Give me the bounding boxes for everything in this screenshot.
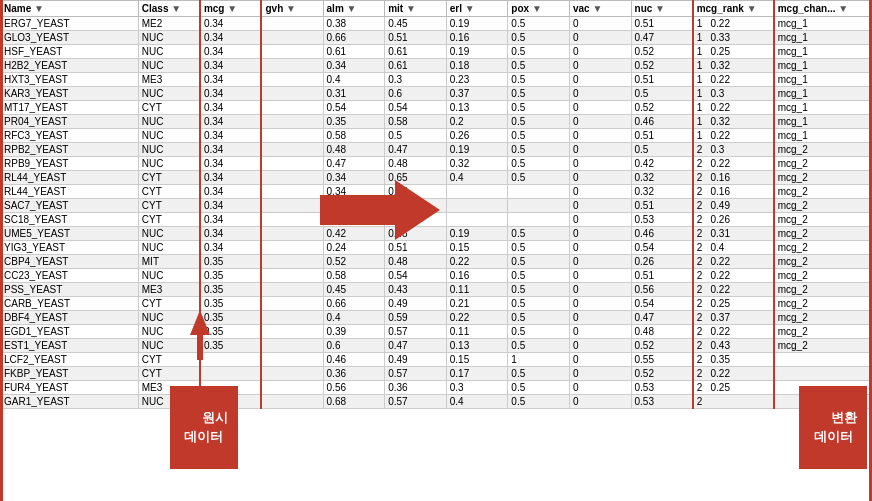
cell-mcg-rank: 2 0.3 [693,143,774,157]
cell-pox: 0.5 [508,241,570,255]
cell-vac: 0 [569,129,631,143]
cell-vac: 0 [569,73,631,87]
cell-pox: 0.5 [508,367,570,381]
col-header-mcg-change[interactable]: mcg_chan... ▼ [774,1,871,17]
col-header-mcg-rank[interactable]: mcg_rank ▼ [693,1,774,17]
cell-alm: 0.38 [323,17,385,31]
col-header-erl[interactable]: erl ▼ [446,1,508,17]
cell-class: NUC [138,31,200,45]
cell-alm: 0.61 [323,45,385,59]
cell-pox: 0.5 [508,73,570,87]
cell-alm: 0.4 [323,311,385,325]
cell-gvh [261,129,323,143]
cell-nuc: 0.51 [631,199,693,213]
cell-erl: 0.19 [446,227,508,241]
cell-nuc: 0.51 [631,73,693,87]
cell-name: SAC7_YEAST [1,199,139,213]
cell-mcg: 0.34 [200,17,262,31]
cell-nuc: 0.52 [631,367,693,381]
cell-alm: 0.58 [323,129,385,143]
cell-erl: 0.11 [446,283,508,297]
cell-vac: 0 [569,227,631,241]
cell-vac: 0 [569,101,631,115]
cell-vac: 0 [569,171,631,185]
cell-erl: 0.32 [446,157,508,171]
cell-mit: 0.57 [385,395,447,409]
col-header-gvh[interactable]: gvh ▼ [261,1,323,17]
cell-mcg-rank: 2 0.25 [693,297,774,311]
cell-vac: 0 [569,269,631,283]
cell-mcg-change: mcg_2 [774,269,871,283]
cell-class: NUC [138,115,200,129]
cell-mit: 0.54 [385,101,447,115]
cell-gvh [261,395,323,409]
cell-class: NUC [138,129,200,143]
table-row: PR04_YEAST NUC 0.34 0.35 0.58 0.2 0.5 0 … [1,115,872,129]
cell-name: UME5_YEAST [1,227,139,241]
left-border [0,0,3,501]
cell-class: ME3 [138,283,200,297]
cell-vac: 0 [569,255,631,269]
cell-gvh [261,115,323,129]
table-row: FUR4_YEAST ME3 0.56 0.36 0.3 0.5 0 0.53 … [1,381,872,395]
cell-nuc: 0.55 [631,353,693,367]
cell-mcg-change: mcg_2 [774,255,871,269]
cell-erl: 0.11 [446,325,508,339]
cell-pox: 0.5 [508,59,570,73]
cell-vac: 0 [569,59,631,73]
cell-gvh [261,199,323,213]
cell-nuc: 0.53 [631,213,693,227]
cell-gvh [261,227,323,241]
cell-gvh [261,45,323,59]
main-container: Name ▼ Class ▼ mcg ▼ gvh ▼ alm ▼ mit ▼ e… [0,0,872,501]
cell-nuc: 0.56 [631,283,693,297]
table-row: GAR1_YEAST NUC 0.68 0.57 0.4 0.5 0 0.53 … [1,395,872,409]
cell-gvh [261,59,323,73]
cell-pox [508,213,570,227]
cell-alm: 0.52 [323,255,385,269]
col-header-name[interactable]: Name ▼ [1,1,139,17]
cell-pox: 0.5 [508,255,570,269]
cell-gvh [261,325,323,339]
cell-mcg-rank: 1 0.32 [693,59,774,73]
cell-erl: 0.2 [446,115,508,129]
right-arrow [320,175,440,247]
cell-erl [446,213,508,227]
col-header-pox[interactable]: pox ▼ [508,1,570,17]
cell-mcg: 0.34 [200,45,262,59]
cell-alm: 0.54 [323,101,385,115]
cell-erl: 0.3 [446,381,508,395]
col-header-nuc[interactable]: nuc ▼ [631,1,693,17]
original-data-label: 원시 데이터 [170,386,238,469]
cell-name: SC18_YEAST [1,213,139,227]
table-row: HXT3_YEAST ME3 0.34 0.4 0.3 0.23 0.5 0 0… [1,73,872,87]
col-header-alm[interactable]: alm ▼ [323,1,385,17]
cell-erl: 0.26 [446,129,508,143]
cell-mcg-change: mcg_2 [774,185,871,199]
cell-mcg-rank: 2 0.22 [693,157,774,171]
cell-pox: 0.5 [508,157,570,171]
cell-mcg-rank: 2 0.16 [693,185,774,199]
cell-name: RL44_YEAST [1,171,139,185]
cell-mit: 0.51 [385,31,447,45]
cell-pox: 0.5 [508,381,570,395]
cell-pox: 0.5 [508,283,570,297]
cell-mcg-change: mcg_2 [774,339,871,353]
cell-mcg: 0.34 [200,185,262,199]
col-header-vac[interactable]: vac ▼ [569,1,631,17]
cell-mcg-rank: 1 0.22 [693,17,774,31]
cell-erl: 0.19 [446,143,508,157]
cell-mcg-change: mcg_2 [774,143,871,157]
cell-mit: 0.5 [385,129,447,143]
cell-class: NUC [138,59,200,73]
cell-gvh [261,255,323,269]
cell-pox: 0.5 [508,227,570,241]
table-row: RFC3_YEAST NUC 0.34 0.58 0.5 0.26 0.5 0 … [1,129,872,143]
table-row: CARB_YEAST CYT 0.35 0.66 0.49 0.21 0.5 0… [1,297,872,311]
col-header-mcg[interactable]: mcg ▼ [200,1,262,17]
col-header-mit[interactable]: mit ▼ [385,1,447,17]
down-arrow [185,310,215,362]
sort-icon-nuc: ▼ [655,3,665,14]
col-header-class[interactable]: Class ▼ [138,1,200,17]
cell-mcg-rank: 2 0.22 [693,367,774,381]
